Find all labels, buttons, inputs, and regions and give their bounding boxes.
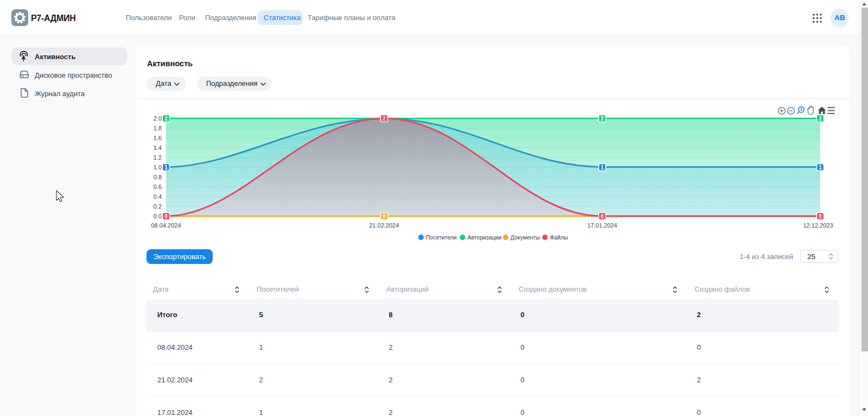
svg-text:2: 2 [164,116,168,122]
svg-text:0.8: 0.8 [154,174,162,180]
svg-text:0.4: 0.4 [154,193,162,200]
svg-text:2: 2 [382,116,386,122]
svg-text:1.0: 1.0 [154,164,162,171]
svg-text:1.6: 1.6 [154,135,162,141]
svg-text:0.0: 0.0 [154,213,162,219]
svg-text:0: 0 [382,213,386,219]
svg-text:2.0: 2.0 [154,115,162,122]
svg-text:0.6: 0.6 [154,184,162,190]
svg-text:1.2: 1.2 [154,154,162,161]
svg-text:1: 1 [164,165,168,171]
svg-text:0: 0 [164,213,168,219]
svg-text:21.02.2024: 21.02.2024 [369,222,399,229]
svg-text:08.04.2024: 08.04.2024 [151,222,181,229]
svg-text:0: 0 [819,213,822,219]
svg-text:12.12.2023: 12.12.2023 [803,222,833,229]
svg-text:Документы: Документы [510,234,540,241]
svg-text:2: 2 [819,116,822,122]
svg-text:Посетители: Посетители [426,234,457,241]
svg-text:1.4: 1.4 [154,144,162,151]
svg-text:1.8: 1.8 [154,125,162,131]
svg-text:1: 1 [819,165,822,171]
svg-text:Авторизации: Авторизации [468,234,502,241]
svg-text:1: 1 [601,165,604,171]
svg-text:0.2: 0.2 [154,203,162,210]
svg-text:17.01.2024: 17.01.2024 [587,222,617,229]
svg-text:Файлы: Файлы [550,234,568,241]
svg-text:0: 0 [601,213,604,219]
svg-text:2: 2 [601,116,604,122]
